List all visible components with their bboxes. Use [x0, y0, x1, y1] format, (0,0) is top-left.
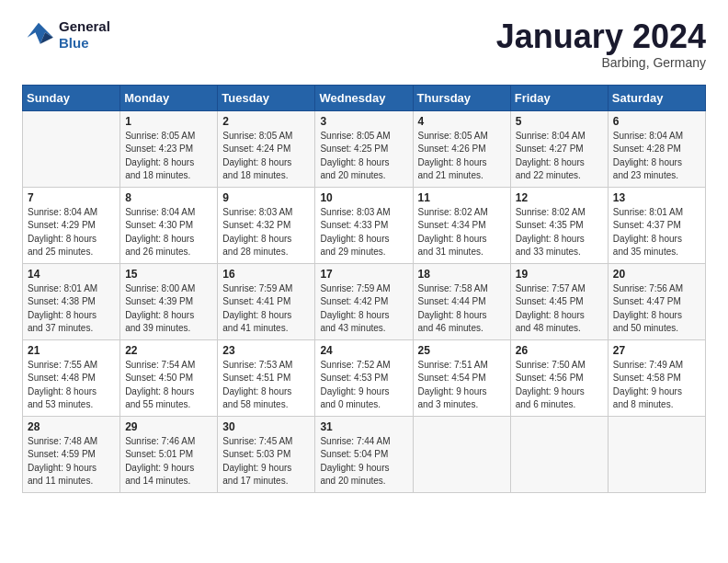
day-info: Sunrise: 7:45 AM Sunset: 5:03 PM Dayligh…: [222, 435, 310, 488]
calendar-day-cell: 21Sunrise: 7:55 AM Sunset: 4:48 PM Dayli…: [23, 339, 120, 416]
day-info: Sunrise: 7:44 AM Sunset: 5:04 PM Dayligh…: [320, 435, 407, 488]
day-info: Sunrise: 8:05 AM Sunset: 4:26 PM Dayligh…: [418, 130, 506, 183]
calendar-day-cell: 1Sunrise: 8:05 AM Sunset: 4:23 PM Daylig…: [120, 110, 218, 187]
day-number: 30: [222, 420, 310, 433]
calendar-week-row: 21Sunrise: 7:55 AM Sunset: 4:48 PM Dayli…: [23, 339, 706, 416]
calendar-day-cell: [413, 416, 510, 492]
day-of-week-header: Saturday: [608, 85, 705, 110]
day-info: Sunrise: 8:03 AM Sunset: 4:33 PM Dayligh…: [320, 206, 407, 259]
calendar-day-cell: 4Sunrise: 8:05 AM Sunset: 4:26 PM Daylig…: [413, 110, 510, 187]
day-of-week-header: Thursday: [413, 85, 510, 110]
day-number: 13: [613, 191, 700, 204]
day-info: Sunrise: 7:56 AM Sunset: 4:47 PM Dayligh…: [613, 282, 700, 336]
day-info: Sunrise: 8:02 AM Sunset: 4:34 PM Dayligh…: [418, 206, 506, 259]
day-number: 29: [125, 420, 212, 433]
day-info: Sunrise: 7:59 AM Sunset: 4:42 PM Dayligh…: [320, 282, 407, 336]
calendar-day-cell: 5Sunrise: 8:04 AM Sunset: 4:27 PM Daylig…: [510, 110, 608, 187]
day-number: 8: [125, 191, 212, 204]
day-number: 17: [320, 268, 407, 281]
svg-marker-0: [28, 23, 53, 44]
day-number: 25: [418, 344, 506, 357]
page-header: General Blue January 2024 Barbing, Germa…: [22, 18, 706, 70]
day-info: Sunrise: 7:53 AM Sunset: 4:51 PM Dayligh…: [222, 359, 310, 412]
day-info: Sunrise: 7:49 AM Sunset: 4:58 PM Dayligh…: [613, 359, 700, 412]
day-info: Sunrise: 8:05 AM Sunset: 4:25 PM Dayligh…: [320, 130, 407, 183]
calendar-day-cell: 17Sunrise: 7:59 AM Sunset: 4:42 PM Dayli…: [315, 263, 413, 339]
day-number: 27: [613, 344, 700, 357]
day-info: Sunrise: 8:05 AM Sunset: 4:24 PM Dayligh…: [222, 130, 310, 183]
calendar-day-cell: 15Sunrise: 8:00 AM Sunset: 4:39 PM Dayli…: [120, 263, 218, 339]
day-info: Sunrise: 8:04 AM Sunset: 4:30 PM Dayligh…: [125, 206, 212, 259]
day-info: Sunrise: 7:55 AM Sunset: 4:48 PM Dayligh…: [28, 359, 115, 412]
calendar-day-cell: [23, 110, 120, 187]
calendar-day-cell: 14Sunrise: 8:01 AM Sunset: 4:38 PM Dayli…: [23, 263, 120, 339]
day-number: 26: [516, 344, 603, 357]
day-number: 3: [320, 115, 407, 128]
day-info: Sunrise: 8:05 AM Sunset: 4:23 PM Dayligh…: [125, 130, 212, 183]
day-of-week-header: Friday: [510, 85, 608, 110]
day-info: Sunrise: 7:52 AM Sunset: 4:53 PM Dayligh…: [320, 359, 407, 412]
calendar-header-row: SundayMondayTuesdayWednesdayThursdayFrid…: [23, 85, 706, 110]
day-number: 6: [613, 115, 700, 128]
calendar-day-cell: 6Sunrise: 8:04 AM Sunset: 4:28 PM Daylig…: [608, 110, 705, 187]
calendar-day-cell: 31Sunrise: 7:44 AM Sunset: 5:04 PM Dayli…: [315, 416, 413, 492]
day-number: 16: [222, 268, 310, 281]
logo-icon: [22, 21, 55, 49]
calendar-day-cell: 16Sunrise: 7:59 AM Sunset: 4:41 PM Dayli…: [218, 263, 315, 339]
day-number: 19: [516, 268, 603, 281]
calendar-day-cell: 27Sunrise: 7:49 AM Sunset: 4:58 PM Dayli…: [608, 339, 705, 416]
day-number: 5: [516, 115, 603, 128]
location: Barbing, Germany: [496, 55, 706, 70]
month-title: January 2024: [496, 18, 706, 55]
calendar-day-cell: 7Sunrise: 8:04 AM Sunset: 4:29 PM Daylig…: [23, 187, 120, 263]
day-number: 22: [125, 344, 212, 357]
day-number: 4: [418, 115, 506, 128]
calendar-week-row: 14Sunrise: 8:01 AM Sunset: 4:38 PM Dayli…: [23, 263, 706, 339]
calendar-day-cell: 22Sunrise: 7:54 AM Sunset: 4:50 PM Dayli…: [120, 339, 218, 416]
day-info: Sunrise: 8:03 AM Sunset: 4:32 PM Dayligh…: [222, 206, 310, 259]
day-number: 2: [222, 115, 310, 128]
day-info: Sunrise: 8:02 AM Sunset: 4:35 PM Dayligh…: [516, 206, 603, 259]
day-info: Sunrise: 7:51 AM Sunset: 4:54 PM Dayligh…: [418, 359, 506, 412]
day-info: Sunrise: 8:04 AM Sunset: 4:27 PM Dayligh…: [516, 130, 603, 183]
calendar-day-cell: 11Sunrise: 8:02 AM Sunset: 4:34 PM Dayli…: [413, 187, 510, 263]
calendar-day-cell: 8Sunrise: 8:04 AM Sunset: 4:30 PM Daylig…: [120, 187, 218, 263]
title-block: January 2024 Barbing, Germany: [496, 18, 706, 70]
day-info: Sunrise: 8:01 AM Sunset: 4:37 PM Dayligh…: [613, 206, 700, 259]
day-number: 9: [222, 191, 310, 204]
day-info: Sunrise: 8:04 AM Sunset: 4:28 PM Dayligh…: [613, 130, 700, 183]
logo: General Blue: [22, 18, 110, 52]
day-number: 23: [222, 344, 310, 357]
day-of-week-header: Monday: [120, 85, 218, 110]
day-info: Sunrise: 7:59 AM Sunset: 4:41 PM Dayligh…: [222, 282, 310, 336]
calendar-day-cell: 30Sunrise: 7:45 AM Sunset: 5:03 PM Dayli…: [218, 416, 315, 492]
calendar-table: SundayMondayTuesdayWednesdayThursdayFrid…: [22, 85, 706, 493]
calendar-day-cell: 3Sunrise: 8:05 AM Sunset: 4:25 PM Daylig…: [315, 110, 413, 187]
calendar-day-cell: 18Sunrise: 7:58 AM Sunset: 4:44 PM Dayli…: [413, 263, 510, 339]
calendar-body: 1Sunrise: 8:05 AM Sunset: 4:23 PM Daylig…: [23, 110, 706, 492]
day-number: 1: [125, 115, 212, 128]
calendar-day-cell: [608, 416, 705, 492]
calendar-day-cell: 9Sunrise: 8:03 AM Sunset: 4:32 PM Daylig…: [218, 187, 315, 263]
day-of-week-header: Wednesday: [315, 85, 413, 110]
day-info: Sunrise: 8:04 AM Sunset: 4:29 PM Dayligh…: [28, 206, 115, 259]
day-number: 14: [28, 268, 115, 281]
day-number: 11: [418, 191, 506, 204]
calendar-day-cell: [510, 416, 608, 492]
calendar-day-cell: 19Sunrise: 7:57 AM Sunset: 4:45 PM Dayli…: [510, 263, 608, 339]
day-info: Sunrise: 7:58 AM Sunset: 4:44 PM Dayligh…: [418, 282, 506, 336]
calendar-week-row: 1Sunrise: 8:05 AM Sunset: 4:23 PM Daylig…: [23, 110, 706, 187]
day-number: 18: [418, 268, 506, 281]
day-number: 20: [613, 268, 700, 281]
calendar-week-row: 28Sunrise: 7:48 AM Sunset: 4:59 PM Dayli…: [23, 416, 706, 492]
day-info: Sunrise: 7:54 AM Sunset: 4:50 PM Dayligh…: [125, 359, 212, 412]
day-number: 15: [125, 268, 212, 281]
calendar-day-cell: 28Sunrise: 7:48 AM Sunset: 4:59 PM Dayli…: [23, 416, 120, 492]
day-number: 21: [28, 344, 115, 357]
day-info: Sunrise: 7:50 AM Sunset: 4:56 PM Dayligh…: [516, 359, 603, 412]
day-number: 31: [320, 420, 407, 433]
day-of-week-header: Tuesday: [218, 85, 315, 110]
day-number: 28: [28, 420, 115, 433]
day-info: Sunrise: 7:48 AM Sunset: 4:59 PM Dayligh…: [28, 435, 115, 488]
calendar-week-row: 7Sunrise: 8:04 AM Sunset: 4:29 PM Daylig…: [23, 187, 706, 263]
